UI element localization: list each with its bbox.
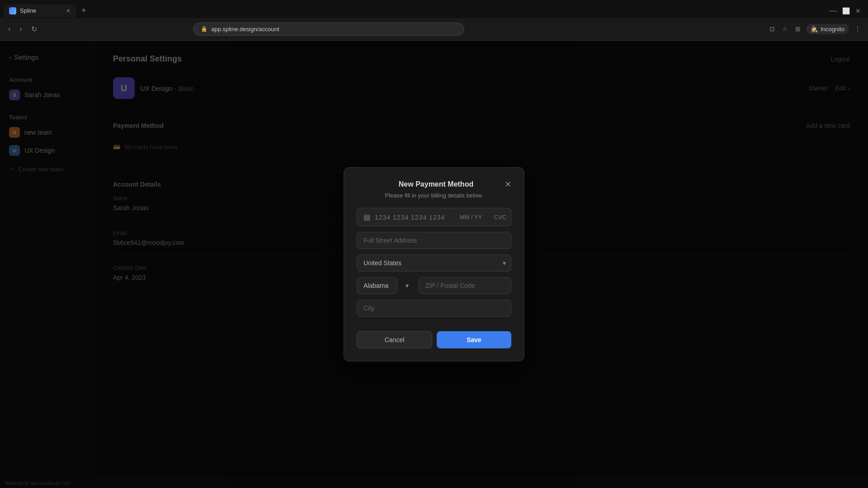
incognito-badge: 🕵 Incognito [806, 24, 849, 34]
country-select-wrapper: United States Canada United Kingdom Aust… [357, 254, 511, 272]
incognito-label: Incognito [821, 26, 844, 33]
forward-nav-button[interactable]: › [17, 23, 24, 35]
country-select[interactable]: United States Canada United Kingdom Aust… [357, 254, 511, 272]
zip-input[interactable] [419, 277, 511, 294]
close-window-button[interactable]: ✕ [855, 7, 861, 14]
city-input[interactable] [357, 300, 511, 317]
incognito-icon: 🕵 [811, 26, 818, 33]
url-text: app.spline.design/account [211, 26, 279, 33]
maximize-button[interactable]: ⬜ [842, 7, 850, 14]
browser-right-controls: ⊡ ☆ ⊞ 🕵 Incognito ⋮ [768, 23, 863, 34]
tab-favicon [9, 7, 16, 14]
extensions-icon[interactable]: ⊞ [793, 23, 802, 34]
payment-modal: New Payment Method ✕ Please fill in your… [344, 167, 524, 361]
back-nav-button[interactable]: ‹ [5, 23, 13, 35]
state-zip-row: Alabama Alaska Arizona California Florid… [357, 277, 511, 294]
browser-controls: ‹ › ↻ 🔒 app.spline.design/account ⊡ ☆ ⊞ … [0, 18, 868, 40]
card-chip-icon: ▤ [363, 213, 370, 221]
bookmark-icon[interactable]: ☆ [780, 23, 790, 34]
active-tab[interactable]: Spline ✕ [4, 5, 76, 17]
card-cvc-input[interactable] [488, 214, 513, 221]
modal-overlay: New Payment Method ✕ Please fill in your… [0, 41, 868, 488]
menu-button[interactable]: ⋮ [853, 23, 863, 34]
modal-title: New Payment Method [368, 180, 505, 188]
cast-icon[interactable]: ⊡ [768, 23, 777, 34]
tab-bar: Spline ✕ + — ⬜ ✕ [0, 0, 868, 18]
minimize-button[interactable]: — [830, 7, 837, 15]
tab-title: Spline [20, 7, 36, 14]
street-address-input[interactable] [357, 232, 511, 249]
modal-header: New Payment Method ✕ [357, 180, 511, 188]
new-tab-button[interactable]: + [78, 4, 90, 17]
address-bar[interactable]: 🔒 app.spline.design/account [193, 23, 464, 36]
lock-icon: 🔒 [201, 26, 208, 32]
state-select[interactable]: Alabama Alaska Arizona California Florid… [357, 277, 397, 294]
card-number-input[interactable] [375, 214, 454, 221]
cancel-button[interactable]: Cancel [357, 331, 432, 348]
state-select-wrapper: Alabama Alaska Arizona California Florid… [357, 277, 414, 294]
modal-close-button[interactable]: ✕ [505, 180, 511, 188]
card-number-row: ▤ [357, 208, 511, 226]
card-expiry-input[interactable] [458, 214, 483, 221]
refresh-button[interactable]: ↻ [28, 23, 40, 35]
browser-chrome: Spline ✕ + — ⬜ ✕ ‹ › ↻ 🔒 app.spline.desi… [0, 0, 868, 41]
tab-close-button[interactable]: ✕ [66, 8, 71, 14]
save-button[interactable]: Save [437, 331, 511, 348]
modal-footer: Cancel Save [357, 331, 511, 348]
modal-subtitle: Please fill in your billing details belo… [357, 192, 511, 199]
